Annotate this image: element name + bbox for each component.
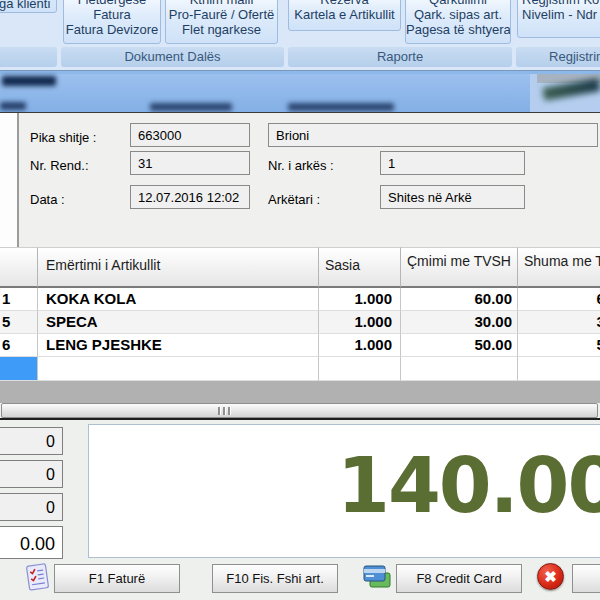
- ribbon-group-regjistrim: Regjistrim: [516, 47, 600, 67]
- col-header-cmimi[interactable]: Çmimi me TVSH: [401, 247, 518, 288]
- f8-credit-card-button[interactable]: F8 Credit Card: [396, 564, 522, 593]
- col-header-rownum[interactable]: [0, 247, 38, 288]
- arketari-label: Arkëtari :: [268, 192, 320, 207]
- ribbon-button-client-payment[interactable]: ga klienti: [0, 0, 57, 13]
- ribbon-button-fatura[interactable]: Fletdërgesë Fatura Fatura Devizore: [63, 0, 161, 44]
- nr-rend-field[interactable]: 31: [130, 151, 250, 175]
- pika-shitje-name-field[interactable]: Brioni: [268, 123, 598, 147]
- subtotal-field-2[interactable]: 0: [0, 460, 63, 488]
- credit-card-icon: [362, 563, 392, 592]
- close-icon[interactable]: ✖: [537, 563, 564, 590]
- invoice-checklist-icon: [22, 562, 52, 593]
- left-panel-edge: [0, 113, 19, 247]
- document-header-form: Pika shitje : 663000 Brioni Nr. Rend.: 3…: [0, 113, 600, 247]
- splitter-grip-icon: [218, 407, 231, 415]
- data-field[interactable]: 12.07.2016 12:02: [130, 185, 250, 209]
- table-row[interactable]: 1 KOKA KOLA 1.000 60.00 60.00: [0, 288, 600, 311]
- ribbon-button-kthim-malli[interactable]: Kthim malli Pro-Faurë / Ofertë Flet ngar…: [165, 0, 278, 44]
- subtotal-field-3[interactable]: 0: [0, 493, 63, 521]
- nr-arkes-label: Nr. i arkës :: [268, 158, 334, 173]
- partial-right-button[interactable]: [572, 564, 600, 593]
- totals-panel: 0 0 0 0.00 140.00 F1 Faturë F10 Fis. Fsh…: [0, 420, 600, 600]
- pika-shitje-field[interactable]: 663000: [130, 123, 250, 147]
- arketari-field[interactable]: Shites në Arkë: [380, 185, 525, 209]
- blurred-subtext-mid2: [288, 103, 394, 111]
- blurred-title-text: [2, 76, 56, 86]
- table-row-new[interactable]: [0, 357, 600, 381]
- pika-shitje-label: Pika shitje :: [30, 130, 96, 145]
- change-amount-field[interactable]: 0.00: [0, 526, 63, 559]
- pos-window: ga klienti Fletdërgesë Fatura Fatura Dev…: [0, 0, 600, 600]
- blurred-subtext-left: [0, 102, 26, 110]
- grand-total-value: 140.00: [337, 441, 600, 530]
- table-row[interactable]: 5 SPECA 1.000 30.00 30.00: [0, 311, 600, 334]
- nr-rend-label: Nr. Rend.:: [30, 158, 89, 173]
- col-header-emertimi[interactable]: Emërtimi i Artikullit: [38, 247, 319, 288]
- data-label: Data :: [30, 192, 65, 207]
- window-titlebar: [0, 70, 600, 114]
- ribbon-group-dokument-dales: Dokument Dalës: [61, 47, 284, 67]
- subtotal-field-1[interactable]: 0: [0, 427, 63, 455]
- horizontal-splitter[interactable]: [1, 403, 598, 418]
- table-row[interactable]: 6 LENG PJESHKE 1.000 50.00 50.00: [0, 334, 600, 357]
- ribbon-group-left-fragment: [0, 47, 57, 67]
- ribbon-button-regjistrim[interactable]: Regjistrim Ko Nivelim - Ndr: [517, 0, 600, 38]
- selected-row-indicator: [0, 357, 38, 381]
- ribbon-button-rezerva[interactable]: Rezerva Kartela e Artikullit: [288, 0, 401, 31]
- f10-fshi-art-button[interactable]: F10 Fis. Fshi art.: [212, 564, 338, 593]
- ribbon-button-qarkullimi[interactable]: Qarkullimi Qark. sipas art. Pagesa të sh…: [405, 0, 511, 44]
- col-header-shuma[interactable]: Shuma me TVSH: [518, 247, 600, 288]
- ribbon: ga klienti Fletdërgesë Fatura Fatura Dev…: [0, 0, 600, 71]
- blurred-subtext-mid1: [150, 103, 232, 111]
- ribbon-group-raporte: Raporte: [288, 47, 512, 67]
- articles-table: Emërtimi i Artikullit Sasia Çmimi me TVS…: [0, 247, 600, 403]
- col-header-sasia[interactable]: Sasia: [319, 247, 401, 288]
- nr-arkes-field[interactable]: 1: [380, 151, 525, 175]
- f1-fature-button[interactable]: F1 Faturë: [54, 564, 180, 593]
- grand-total-display: 140.00: [88, 424, 600, 558]
